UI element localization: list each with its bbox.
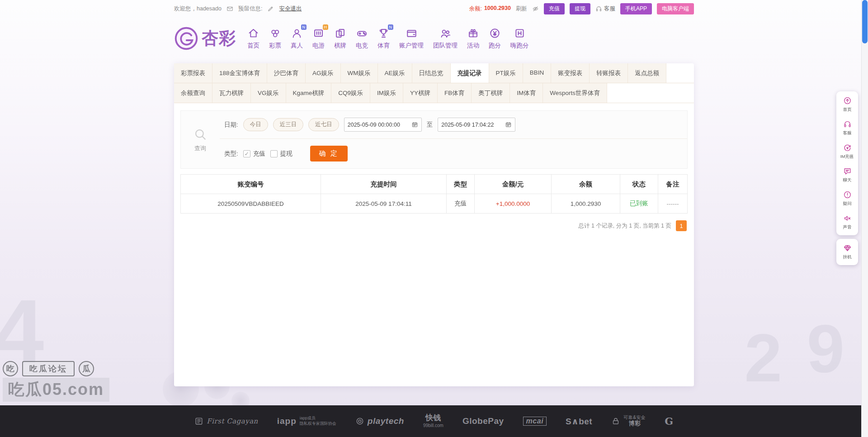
mobile-app-button[interactable]: 手机APP	[620, 3, 652, 14]
deposit-button[interactable]: 充值	[544, 3, 565, 14]
top-icon	[843, 96, 852, 105]
quick-headset[interactable]: 客服	[836, 116, 858, 140]
square-badge-icon	[194, 417, 203, 426]
new-badge: N	[301, 24, 307, 30]
report-tab[interactable]: 余额查询	[174, 83, 212, 103]
report-tab[interactable]: 日结总览	[412, 63, 451, 83]
pc-client-button[interactable]: 电脑客户端	[657, 3, 694, 14]
sports-icon: N	[377, 27, 390, 39]
report-tab[interactable]: AE娱乐	[378, 63, 412, 83]
nav-item-hipaofen[interactable]: 嗨跑分	[506, 27, 533, 50]
quick-gem[interactable]: 挂机	[836, 240, 858, 264]
report-tab[interactable]: 账变报表	[551, 63, 590, 83]
circle-logo-icon	[355, 417, 364, 426]
quick-question[interactable]: 疑问	[836, 187, 858, 210]
date-from-input[interactable]: 2025-05-09 00:00:00	[344, 118, 422, 132]
nav-item-live[interactable]: N真人	[287, 27, 307, 50]
nav-item-label: 电游	[312, 42, 325, 50]
report-tab[interactable]: Kgame棋牌	[286, 83, 332, 103]
report-tab[interactable]: 返点总额	[628, 63, 666, 83]
quick-range-last3days[interactable]: 近三日	[273, 118, 304, 131]
reserved-info-label: 预留信息:	[238, 5, 262, 13]
withdraw-button[interactable]: 提现	[570, 3, 590, 14]
report-tab[interactable]: WM娱乐	[341, 63, 378, 83]
quick-sidebar: 首页客服IM充值聊天疑问声音 挂机	[836, 91, 858, 265]
partner-text: S∧bet	[566, 416, 592, 427]
type-checkbox-deposit[interactable]: ✓充值	[243, 150, 265, 158]
quick-range-last7days[interactable]: 近七日	[308, 118, 339, 131]
quick-range-today[interactable]: 今日	[243, 118, 268, 131]
edit-icon[interactable]	[267, 5, 274, 12]
nav-item-chess[interactable]: 棋牌	[330, 27, 350, 50]
decorative-number: 2	[745, 319, 782, 397]
calendar-icon[interactable]	[411, 121, 418, 128]
report-tab[interactable]: 188金宝博体育	[212, 63, 267, 83]
partner-subtext: 博彩	[629, 420, 641, 428]
filter-rows: 日期: 今日近三日近七日 2025-05-09 00:00:00 至 2025-…	[220, 111, 687, 168]
nav-item-egame[interactable]: H电游	[308, 27, 329, 50]
question-icon	[843, 190, 852, 199]
report-tab[interactable]: 转账报表	[590, 63, 628, 83]
welcome-text: 欢迎您，hadesado	[174, 5, 222, 13]
report-tab[interactable]: IM娱乐	[370, 83, 403, 103]
quick-sound-off[interactable]: 声音	[836, 210, 858, 234]
quick-item-label: 挂机	[843, 254, 852, 260]
nav-item-esports[interactable]: 电竞	[352, 27, 372, 50]
report-tab-active[interactable]: 充提记录	[451, 63, 489, 83]
report-tab[interactable]: 彩票报表	[174, 63, 212, 83]
report-tab[interactable]: IM体育	[510, 83, 543, 103]
date-label: 日期:	[224, 121, 238, 129]
nav-item-account[interactable]: 账户管理	[395, 27, 428, 50]
report-tab[interactable]: CQ9娱乐	[331, 83, 370, 103]
report-tab[interactable]: AG娱乐	[306, 63, 341, 83]
balance-value: 1000.2930	[484, 5, 511, 13]
envelope-icon[interactable]	[226, 5, 233, 12]
page-scrollbar[interactable]	[861, 0, 868, 437]
quick-recharge[interactable]: IM充值	[836, 140, 858, 163]
partner-first-cagayan: First Cagayan	[194, 417, 258, 426]
quick-item-label: 声音	[843, 224, 852, 230]
partner-playtech: playtech	[355, 416, 404, 426]
calendar-icon[interactable]	[505, 121, 512, 128]
report-tab[interactable]: VG娱乐	[251, 83, 286, 103]
scrollbar-thumb[interactable]	[862, 0, 868, 43]
date-from-value: 2025-05-09 00:00:00	[348, 122, 400, 128]
confirm-button[interactable]: 确 定	[310, 146, 348, 162]
filter-panel: 查询 日期: 今日近三日近七日 2025-05-09 00:00:00 至 20…	[180, 110, 688, 169]
quick-chat[interactable]: 聊天	[836, 163, 858, 187]
balance: 余额: 1000.2930	[469, 5, 511, 13]
report-tab[interactable]: 瓦力棋牌	[212, 83, 251, 103]
nav-item-team[interactable]: 团队管理	[429, 27, 462, 50]
nav-item-lottery[interactable]: 彩票	[265, 27, 285, 50]
report-tab[interactable]: 沙巴体育	[267, 63, 306, 83]
service-label: 客服	[604, 5, 615, 13]
report-tab[interactable]: 奥丁棋牌	[472, 83, 510, 103]
type-checkbox-withdraw[interactable]: 提现	[270, 150, 292, 158]
recharge-icon	[843, 143, 852, 152]
report-tab[interactable]: BBIN	[523, 63, 552, 83]
site-logo[interactable]: 杏彩	[174, 26, 236, 51]
eye-off-icon[interactable]	[532, 5, 539, 12]
nav-item-home[interactable]: 首页	[243, 27, 264, 50]
partner-text: iapp	[277, 416, 297, 426]
nav-item-sports[interactable]: N体育	[373, 27, 394, 50]
date-to-input[interactable]: 2025-05-09 17:04:22	[438, 118, 515, 132]
service-link[interactable]: 客服	[595, 5, 615, 13]
nav-item-paofen[interactable]: 跑分	[485, 27, 505, 50]
checkbox-box[interactable]	[270, 150, 278, 157]
report-tab[interactable]: Wesports世界体育	[543, 83, 607, 103]
nav-item-activity[interactable]: 活动	[463, 27, 483, 50]
logout-link[interactable]: 安全退出	[279, 5, 302, 13]
refresh-link[interactable]: 刷新	[516, 5, 527, 13]
col-header: 状态	[620, 175, 658, 194]
quick-top[interactable]: 首页	[836, 93, 858, 116]
report-tab[interactable]: PT娱乐	[489, 63, 523, 83]
home-icon	[247, 27, 259, 39]
team-icon	[439, 27, 452, 39]
page-1-button[interactable]: 1	[676, 220, 687, 231]
checkbox-box[interactable]: ✓	[243, 150, 250, 157]
report-tab[interactable]: FB体育	[438, 83, 472, 103]
nav-item-label: 跑分	[489, 42, 501, 50]
report-tab[interactable]: YY棋牌	[403, 83, 438, 103]
records-table: 账变编号充提时间类型金额/元余额状态备注 20250509VBDABBIEED2…	[180, 174, 688, 214]
